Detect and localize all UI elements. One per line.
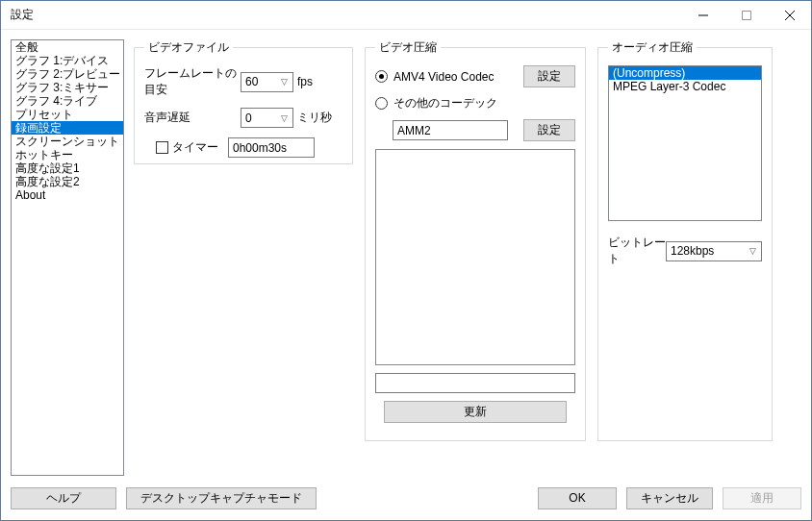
radio-amv4-label: AMV4 Video Codec — [393, 70, 523, 84]
sidebar-item[interactable]: グラフ 1:デバイス — [12, 54, 123, 67]
codec-listbox[interactable] — [375, 149, 575, 365]
sidebar-item[interactable]: About — [12, 188, 123, 202]
close-button[interactable] — [768, 1, 811, 29]
close-icon — [785, 11, 795, 20]
audio-listbox[interactable]: (Uncompress)MPEG Layer-3 Codec — [608, 65, 762, 221]
bitrate-combo[interactable]: 128kbps ▽ — [666, 241, 762, 261]
apply-button[interactable]: 適用 — [723, 487, 801, 509]
amv4-settings-button[interactable]: 設定 — [523, 65, 575, 87]
framerate-unit: fps — [297, 75, 313, 88]
sidebar-item[interactable]: グラフ 3:ミキサー — [12, 81, 123, 94]
timer-checkbox[interactable] — [156, 141, 168, 154]
audiodelay-combo[interactable]: 0 ▽ — [241, 108, 293, 128]
sidebar-item[interactable]: 録画設定 — [12, 121, 123, 135]
cancel-button[interactable]: キャンセル — [626, 487, 713, 509]
settings-window: 設定 全般グラフ 1:デバイスグラフ 2:プレビューグラフ 3:ミキサーグラフ … — [0, 0, 812, 521]
content-area: 全般グラフ 1:デバイスグラフ 2:プレビューグラフ 3:ミキサーグラフ 4:ラ… — [1, 30, 811, 476]
desktop-capture-button[interactable]: デスクトップキャプチャモード — [126, 487, 317, 509]
sidebar-item[interactable]: グラフ 2:プレビュー — [12, 67, 123, 81]
timer-value: 0h00m30s — [233, 141, 287, 155]
codec-value: AMM2 — [397, 124, 431, 137]
bitrate-value: 128kbps — [671, 244, 746, 258]
radio-amv4[interactable] — [375, 70, 388, 83]
timer-input[interactable]: 0h00m30s — [228, 137, 315, 158]
sidebar-item[interactable]: プリセット — [12, 108, 123, 121]
sidebar-item[interactable]: ホットキー — [12, 148, 123, 161]
videocomp-legend: ビデオ圧縮 — [375, 39, 441, 56]
videocomp-group: ビデオ圧縮 AMV4 Video Codec 設定 その他のコーデック AMM2… — [365, 39, 586, 441]
maximize-icon — [742, 11, 751, 20]
bitrate-label: ビットレート — [608, 235, 666, 267]
update-button[interactable]: 更新 — [384, 401, 567, 423]
window-title: 設定 — [11, 7, 681, 23]
footer: ヘルプ デスクトップキャプチャモード OK キャンセル 適用 — [1, 476, 811, 520]
videofile-group: ビデオファイル フレームレートの目安 60 ▽ fps 音声遅延 0 ▽ ミリ秒 — [134, 39, 353, 164]
audiodelay-value: 0 — [245, 112, 277, 125]
main-panel: ビデオファイル フレームレートの目安 60 ▽ fps 音声遅延 0 ▽ ミリ秒 — [134, 39, 801, 476]
sidebar-item[interactable]: 全般 — [12, 40, 123, 54]
sidebar-item[interactable]: 高度な設定1 — [12, 161, 123, 175]
videofile-legend: ビデオファイル — [144, 39, 233, 56]
framerate-label: フレームレートの目安 — [144, 65, 241, 98]
chevron-down-icon: ▽ — [746, 246, 759, 256]
sidebar-item[interactable]: グラフ 4:ライブ — [12, 94, 123, 108]
chevron-down-icon: ▽ — [277, 77, 291, 87]
codec-settings-button[interactable]: 設定 — [523, 119, 575, 141]
audio-legend: オーディオ圧縮 — [608, 39, 697, 56]
radio-other[interactable] — [375, 97, 388, 110]
audiodelay-label: 音声遅延 — [144, 110, 241, 126]
chevron-down-icon: ▽ — [277, 113, 291, 123]
titlebar: 設定 — [1, 1, 811, 30]
timer-label: タイマー — [172, 139, 218, 156]
minimize-button[interactable] — [681, 1, 724, 29]
maximize-button[interactable] — [724, 1, 768, 29]
sidebar-item[interactable]: 高度な設定2 — [12, 175, 123, 188]
svg-rect-0 — [742, 11, 750, 19]
audiodelay-unit: ミリ秒 — [297, 110, 332, 126]
list-item[interactable]: (Uncompress) — [609, 66, 761, 80]
audio-group: オーディオ圧縮 (Uncompress)MPEG Layer-3 Codec ビ… — [597, 39, 773, 441]
framerate-combo[interactable]: 60 ▽ — [241, 72, 293, 92]
help-button[interactable]: ヘルプ — [11, 487, 116, 509]
list-item[interactable]: MPEG Layer-3 Codec — [609, 80, 761, 93]
sidebar-item[interactable]: スクリーンショット — [12, 135, 123, 148]
codec-status-field — [375, 373, 575, 393]
sidebar[interactable]: 全般グラフ 1:デバイスグラフ 2:プレビューグラフ 3:ミキサーグラフ 4:ラ… — [11, 39, 124, 476]
framerate-value: 60 — [245, 75, 277, 88]
radio-other-label: その他のコーデック — [393, 95, 497, 112]
ok-button[interactable]: OK — [538, 487, 617, 509]
minimize-icon — [698, 11, 708, 20]
codec-input[interactable]: AMM2 — [393, 120, 508, 140]
